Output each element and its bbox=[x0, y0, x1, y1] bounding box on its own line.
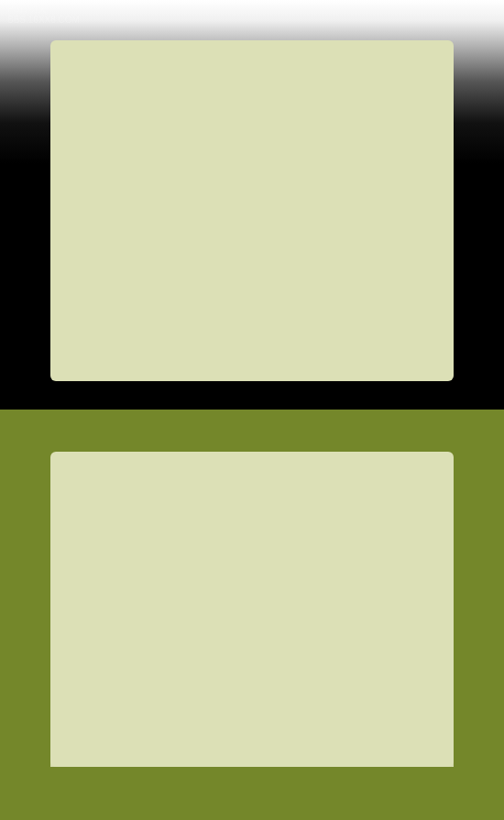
canvas-preview-top bbox=[50, 40, 454, 381]
top-gradient-section bbox=[0, 0, 504, 410]
canvas-preview-bottom bbox=[50, 452, 454, 767]
bottom-olive-section: LAYERS CHANNELS PATHS Overlay Opacity: 1… bbox=[0, 410, 504, 820]
